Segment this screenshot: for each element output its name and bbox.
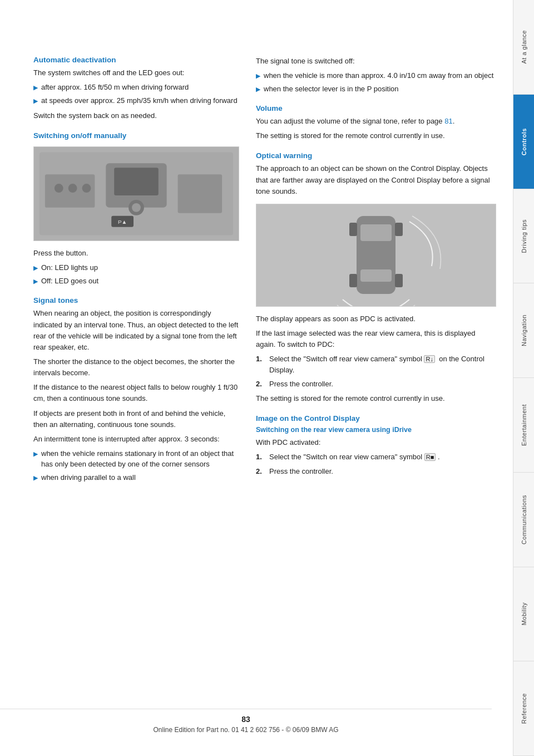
- bullet-arrow-icon: ▶: [33, 277, 38, 286]
- image-on-control-display-section: Image on the Control Display Switching o…: [256, 414, 496, 477]
- page-number: 83: [0, 715, 492, 724]
- signal-tones-bullets: ▶ when the vehicle remains stationary in…: [33, 448, 239, 483]
- bullet-text: when the vehicle is more than approx. 4.…: [264, 70, 493, 81]
- sidebar-label: Controls: [521, 128, 527, 155]
- svg-point-11: [68, 184, 77, 193]
- list-item: ▶ Off: LED goes out: [33, 276, 239, 287]
- display-note2: If the last image selected was the rear …: [256, 328, 496, 350]
- sidebar-item-reference[interactable]: Reference: [513, 661, 534, 756]
- svg-point-10: [55, 184, 63, 193]
- bullet-arrow-icon: ▶: [33, 96, 38, 106]
- list-item: ▶ On: LED lights up: [33, 262, 239, 273]
- svg-text:P▲: P▲: [118, 219, 127, 225]
- switching-rear-view-subheading: Switching on the rear view camera using …: [256, 426, 496, 434]
- car-top-view-image: [256, 204, 496, 307]
- step-text: Press the controller.: [269, 379, 333, 390]
- signal-tones-p1: When nearing an object, the position is …: [33, 308, 239, 353]
- bullet-arrow-icon: ▶: [33, 263, 38, 273]
- sidebar-label: Communications: [521, 495, 527, 544]
- dashboard-image: P▲: [33, 146, 239, 241]
- step-text: Select the "Switch off rear view camera"…: [269, 354, 496, 375]
- sidebar-item-at-a-glance[interactable]: At a glance: [513, 0, 534, 95]
- bullet-arrow-icon: ▶: [33, 473, 38, 483]
- bullet-arrow-icon: ▶: [256, 85, 260, 94]
- bullet-text: at speeds over approx. 25 mph/35 km/h wh…: [41, 95, 238, 106]
- list-item: 2. Press the controller.: [256, 466, 496, 477]
- bullet-text: On: LED lights up: [41, 262, 98, 273]
- switching-on-off-heading: Switching on/off manually: [33, 131, 239, 140]
- left-column: Automatic deactivation The system switch…: [33, 56, 239, 487]
- sidebar-item-controls[interactable]: Controls: [513, 95, 534, 189]
- svg-rect-3: [114, 168, 159, 196]
- sidebar-item-entertainment[interactable]: Entertainment: [513, 378, 534, 473]
- bullet-text: Off: LED goes out: [41, 276, 98, 287]
- bullet-text: when the selector lever is in the P posi…: [264, 84, 399, 95]
- signal-tones-p2: The shorter the distance to the object b…: [33, 356, 239, 379]
- step-text: Select the "Switch on rear view camera" …: [269, 451, 440, 463]
- sidebar-item-navigation[interactable]: Navigation: [513, 283, 534, 378]
- signal-tones-p3: If the distance to the nearest object fa…: [33, 382, 239, 404]
- svg-rect-20: [395, 274, 403, 287]
- bullet-arrow-icon: ▶: [33, 83, 38, 92]
- list-item: ▶ when driving parallel to a wall: [33, 472, 239, 483]
- automatic-deactivation-section: Automatic deactivation The system switch…: [33, 56, 239, 121]
- step-number: 2.: [256, 466, 265, 477]
- display-note1: The display appears as soon as PDC is ac…: [256, 313, 496, 325]
- sidebar-label: Navigation: [521, 315, 527, 346]
- list-item: 1. Select the "Switch on rear view camer…: [256, 451, 496, 463]
- optical-warning-setting-note: The setting is stored for the remote con…: [256, 393, 496, 404]
- sidebar-item-mobility[interactable]: Mobility: [513, 567, 534, 662]
- sidebar-label: At a glance: [521, 30, 527, 64]
- sidebar-item-communications[interactable]: Communications: [513, 473, 534, 567]
- svg-point-12: [82, 184, 91, 193]
- sidebar-label: Reference: [521, 693, 527, 724]
- switching-on-off-section: Switching on/off manually: [33, 131, 239, 286]
- pdc-activated-intro: With PDC activated:: [256, 437, 496, 448]
- switch-back-text: Switch the system back on as needed.: [33, 110, 239, 121]
- signal-tone-off-bullets: ▶ when the vehicle is more than approx. …: [256, 70, 496, 94]
- image-control-display-steps: 1. Select the "Switch on rear view camer…: [256, 451, 496, 477]
- symbol-switch-on-camera: R■: [424, 453, 436, 461]
- list-item: ▶ after approx. 165 ft/50 m when driving…: [33, 82, 239, 93]
- signal-tones-heading: Signal tones: [33, 296, 239, 305]
- list-item: ▶ when the vehicle is more than approx. …: [256, 70, 496, 81]
- svg-rect-19: [349, 274, 357, 287]
- signal-tones-section: Signal tones When nearing an object, the…: [33, 296, 239, 483]
- symbol-rear-camera: R↓: [424, 355, 434, 363]
- sidebar-label: Driving tips: [521, 219, 527, 253]
- bullet-arrow-icon: ▶: [33, 449, 38, 459]
- signal-tone-off-section: The signal tone is switched off: ▶ when …: [256, 56, 496, 94]
- volume-section: Volume You can adjust the volume of the …: [256, 104, 496, 141]
- main-content: Automatic deactivation The system switch…: [0, 0, 513, 756]
- optical-warning-heading: Optical warning: [256, 151, 496, 160]
- svg-rect-16: [360, 269, 392, 282]
- auto-deact-intro: The system switches off and the LED goes…: [33, 67, 239, 78]
- step-text: Press the controller.: [269, 466, 333, 477]
- optical-warning-section: Optical warning The approach to an objec…: [256, 151, 496, 404]
- volume-page-link[interactable]: 81: [444, 117, 452, 125]
- signal-tones-p5: An intermittent tone is interrupted afte…: [33, 434, 239, 445]
- bullet-text: when driving parallel to a wall: [41, 472, 136, 483]
- step-number: 1.: [256, 354, 265, 365]
- footer-copyright: Online Edition for Part no. 01 41 2 602 …: [153, 726, 338, 734]
- volume-text: You can adjust the volume of the signal …: [256, 116, 496, 127]
- page-footer: 83 Online Edition for Part no. 01 41 2 6…: [0, 709, 492, 734]
- step-number: 2.: [256, 379, 265, 390]
- sidebar-label: Mobility: [521, 602, 527, 625]
- press-button-text: Press the button.: [33, 248, 239, 259]
- image-on-control-display-heading: Image on the Control Display: [256, 414, 496, 423]
- bullet-text: after approx. 165 ft/50 m when driving f…: [41, 82, 189, 93]
- automatic-deactivation-heading: Automatic deactivation: [33, 56, 239, 64]
- list-item: 2. Press the controller.: [256, 379, 496, 390]
- bullet-text: when the vehicle remains stationary in f…: [41, 448, 239, 470]
- sidebar-item-driving-tips[interactable]: Driving tips: [513, 189, 534, 284]
- svg-rect-17: [349, 223, 357, 236]
- sidebar: At a glance Controls Driving tips Naviga…: [513, 0, 534, 756]
- svg-rect-9: [178, 174, 222, 213]
- list-item: ▶ when the vehicle remains stationary in…: [33, 448, 239, 470]
- list-item: 1. Select the "Switch off rear view came…: [256, 354, 496, 375]
- on-off-bullets: ▶ On: LED lights up ▶ Off: LED goes out: [33, 262, 239, 286]
- auto-deact-bullets: ▶ after approx. 165 ft/50 m when driving…: [33, 82, 239, 106]
- optical-warning-steps: 1. Select the "Switch off rear view came…: [256, 354, 496, 390]
- signal-tones-p4: If objects are present both in front of …: [33, 408, 239, 430]
